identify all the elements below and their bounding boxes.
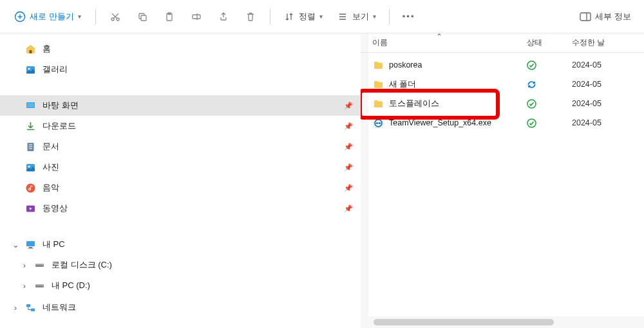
column-modified[interactable]: 수정한 날 [572,37,644,48]
svg-rect-33 [28,248,33,248]
file-row[interactable]: 새 폴더 2024-05 [372,75,644,94]
syncing-icon [527,80,572,89]
pin-icon: 📌 [344,163,353,172]
svg-point-28 [28,165,30,167]
share-button[interactable] [212,5,235,28]
list-icon [337,11,348,23]
sidebar-item-desktop[interactable]: 바탕 화면 📌 [0,95,361,116]
sidebar-item-music[interactable]: 음악 📌 [0,178,361,198]
main-area: 홈 갤러리 바탕 화면 📌 다운로드 📌 [0,33,644,328]
sidebar-desktop-label: 바탕 화면 [43,100,79,111]
copy-icon [137,11,148,23]
more-button[interactable]: ••• [397,5,421,28]
svg-rect-40 [26,304,30,307]
home-icon [24,43,36,55]
view-button[interactable]: 보기 ▾ [332,5,381,28]
download-icon [24,120,36,132]
rename-button[interactable] [185,5,208,28]
copy-button[interactable] [131,5,154,28]
new-button[interactable]: 새로 만들기 ▾ [8,5,88,28]
sidebar-item-my-pc[interactable]: ⌄ 내 PC [0,234,361,255]
content-pane: ⌃ 이름 상태 수정한 날 poskorea 2024-05 [361,33,644,328]
pin-icon: 📌 [344,122,353,131]
file-list: poskorea 2024-05 새 폴더 [361,53,644,316]
toolbar-separator [389,9,390,24]
sort-label: 정렬 [299,11,316,23]
rename-icon [191,11,202,23]
teamviewer-icon [372,117,384,129]
file-date: 2024-05 [572,80,644,89]
sort-button[interactable]: 정렬 ▾ [278,5,328,28]
sidebar-item-gallery[interactable]: 갤러리 [0,59,361,80]
chevron-down-icon[interactable]: ⌄ [12,240,19,250]
svg-point-20 [28,68,30,69]
sidebar-item-pc-drive[interactable]: › 내 PC (D:) [0,275,361,296]
sidebar-pictures-label: 사진 [43,161,59,173]
drive-icon [33,280,45,291]
drive-icon [33,259,45,271]
file-name: 토스플레이스 [389,98,439,109]
column-status[interactable]: 상태 [527,37,572,48]
svg-rect-22 [27,103,34,107]
document-icon [24,141,36,152]
svg-point-39 [42,286,43,286]
delete-button[interactable] [239,5,262,28]
sidebar-item-downloads[interactable]: 다운로드 📌 [0,116,361,136]
sidebar-item-pictures[interactable]: 사진 📌 [0,157,361,178]
svg-rect-18 [29,50,32,53]
svg-rect-41 [31,308,35,311]
monitor-icon [24,239,36,250]
network-icon [24,302,36,313]
plus-circle-icon [14,11,26,23]
sort-icon [283,11,295,23]
details-panel-icon [580,11,591,23]
sidebar-item-documents[interactable]: 문서 📌 [0,136,361,157]
sidebar-network-label: 네트워크 [43,302,76,313]
horizontal-scrollbar[interactable] [361,316,644,328]
pin-icon: 📌 [344,102,353,110]
quick-access-group: 바탕 화면 📌 다운로드 📌 문서 📌 [0,95,361,219]
chevron-right-icon[interactable]: › [21,260,28,270]
folder-icon [372,59,384,71]
chevron-right-icon[interactable]: › [21,281,28,291]
file-row[interactable]: TeamViewer_Setup_x64.exe 2024-05 [372,113,644,132]
navigation-sidebar: 홈 갤러리 바탕 화면 📌 다운로드 📌 [0,33,361,328]
video-icon [24,203,36,214]
svg-rect-11 [193,15,200,19]
synced-icon [527,99,572,109]
pin-icon: 📌 [344,205,353,213]
svg-point-4 [117,18,119,21]
music-icon [24,182,36,194]
toolbar-separator [95,9,96,24]
toolbar: 새로 만들기 ▾ 정렬 ▾ [0,0,644,33]
file-row[interactable]: poskorea 2024-05 [372,55,644,75]
svg-point-36 [42,265,43,266]
file-date: 2024-05 [572,118,644,127]
chevron-down-icon: ▾ [373,13,376,20]
sidebar-my-pc-label: 내 PC [43,239,65,250]
file-row[interactable]: 토스플레이스 2024-05 [372,94,644,113]
sidebar-downloads-label: 다운로드 [43,120,76,132]
chevron-right-icon[interactable]: › [12,303,19,313]
sidebar-item-network[interactable]: › 네트워크 [0,297,361,318]
chevron-down-icon: ▾ [319,13,323,20]
sidebar-item-home[interactable]: 홈 [0,39,361,59]
details-button[interactable]: 세부 정보 [574,5,636,28]
file-name: 새 폴더 [389,79,416,90]
view-label: 보기 [352,11,369,23]
sidebar-music-label: 음악 [43,182,59,194]
file-date: 2024-05 [572,99,644,108]
column-name[interactable]: 이름 [372,37,527,48]
more-icon: ••• [402,12,415,21]
paste-button[interactable] [158,5,181,28]
sidebar-item-videos[interactable]: 동영상 📌 [0,198,361,219]
chevron-down-icon: ▾ [78,13,81,20]
sidebar-item-local-disk[interactable]: › 로컬 디스크 (C:) [0,255,361,275]
pc-group: ⌄ 내 PC › 로컬 디스크 (C:) › 내 PC (D:) [0,234,361,318]
cut-button[interactable] [104,5,127,28]
pin-icon: 📌 [344,184,353,192]
file-name: poskorea [389,60,422,69]
gallery-icon [24,64,36,75]
details-label: 세부 정보 [595,11,631,23]
scrollbar-thumb[interactable] [374,319,554,325]
